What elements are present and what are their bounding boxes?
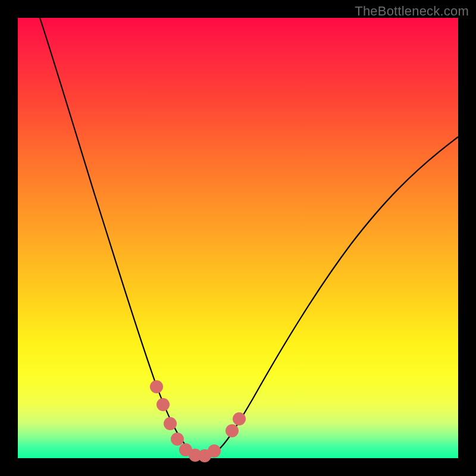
marker-dot <box>208 444 221 458</box>
marker-dot <box>164 417 177 430</box>
watermark-text: TheBottleneck.com <box>355 4 469 19</box>
marker-dot <box>156 398 170 411</box>
marker-dot <box>171 433 184 446</box>
marker-group <box>150 380 246 462</box>
marker-dot <box>150 380 163 393</box>
marker-dot <box>226 424 239 437</box>
chart-frame: TheBottleneck.com <box>0 0 476 476</box>
curve-layer <box>18 18 458 458</box>
plot-area <box>18 18 458 458</box>
marker-dot <box>233 412 246 425</box>
bottleneck-curve <box>40 18 458 456</box>
